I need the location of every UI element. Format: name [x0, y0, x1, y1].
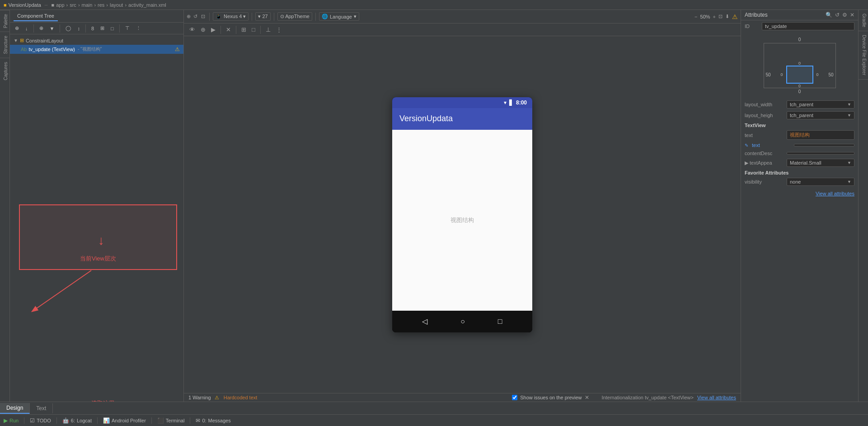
breadcrumb: ■ app › src › main › res › layout › acti… [52, 2, 166, 8]
left-val: 0 [781, 72, 783, 77]
layout-height-arrow-icon: ▼ [847, 113, 851, 118]
view-all-attrs-link[interactable]: View all attributes [697, 395, 736, 400]
tree-btn-8[interactable]: 8 [89, 25, 96, 32]
annotation-area: ↓ 当前View层次 选取这里 [10, 185, 183, 402]
zoom-fit[interactable]: ⊡ [718, 14, 723, 19]
logcat-btn[interactable]: 🤖 6: Logcat [62, 417, 92, 424]
canvas-anim-btn[interactable]: ▶ [209, 25, 217, 34]
tab-palette[interactable]: Palette [0, 10, 9, 32]
attr-textview-title: TextView [741, 121, 858, 129]
nav-back-btn[interactable]: ◁ [422, 317, 427, 326]
tree-btn-arrow[interactable]: ▼ [47, 25, 57, 32]
nav-home-btn[interactable]: ○ [460, 317, 465, 326]
show-issues-checkbox[interactable] [512, 395, 517, 400]
run-icon: ▶ [4, 417, 8, 424]
attr-pencil-row: ✎ text [741, 141, 858, 149]
canvas-align-btn[interactable]: ⊥ [264, 25, 272, 34]
layout-width-arrow-icon: ▼ [847, 102, 851, 107]
tree-btn-2[interactable]: ↓ [23, 25, 30, 32]
main-layout: Palette Structure Captures Component Tre… [0, 10, 868, 402]
tab-device-file-explorer[interactable]: Device File Explorer [859, 31, 868, 79]
zoom-plus[interactable]: + [713, 14, 716, 19]
top-val: 0 [798, 61, 801, 66]
logcat-icon: 🤖 [62, 417, 69, 424]
api-dropdown[interactable]: ▾ 27 [255, 12, 270, 21]
device-label: Nexus 4 ▾ [224, 14, 246, 19]
close-issues-btn[interactable]: ✕ [585, 394, 589, 401]
attr-favorite-title: Favorite Attributes [741, 168, 858, 176]
view-all-attributes-link[interactable]: View all attributes [741, 187, 858, 200]
canvas-error-btn[interactable]: ✕ [224, 25, 233, 34]
attr-settings-icon[interactable]: ⚙ [842, 12, 847, 18]
annotation-arrow-down: ↓ [98, 234, 104, 247]
messages-label: Messages [208, 418, 231, 423]
attr-layout-height-row: layout_heigh tch_parent ▼ [741, 110, 858, 121]
canvas-rect-btn[interactable]: □ [250, 25, 257, 34]
tab-text[interactable]: Text [30, 403, 53, 413]
attr-visibility-value[interactable]: none ▼ [787, 178, 854, 186]
top-warning-icon: ⚠ [732, 13, 738, 20]
design-text-tabs: Design Text [0, 402, 868, 414]
constraint-outer-box: 0 50 0 0 0 0 50 0 [764, 43, 836, 88]
todo-btn[interactable]: ☑ TODO [30, 417, 51, 424]
tree-item-constraintlayout[interactable]: ▼ ⊞ ConstraintLayout [10, 36, 183, 45]
android-device: ▾ ▋ 8:00 VersionUpdata 视图结构 ◁ ○ □ [392, 97, 532, 332]
tree-btn-magnet[interactable]: ⊕ [37, 24, 46, 32]
attr-text-value-text: 视图结构 [790, 132, 810, 138]
constraint-top-num: 0 [798, 37, 801, 42]
attributes-panel-header: Attributes 🔍 ↺ ⚙ ✕ [741, 10, 858, 20]
tree-btn-move[interactable]: ↕ [75, 25, 82, 32]
bottom-val: 0 [798, 84, 801, 88]
language-label: Language [330, 14, 352, 19]
zoom-download[interactable]: ⬇ [725, 14, 729, 19]
attr-visibility-label: visibility [745, 179, 783, 185]
language-dropdown[interactable]: 🌐 Language ▾ [319, 12, 359, 21]
attr-text2-value[interactable] [794, 144, 854, 147]
messages-btn[interactable]: ✉ 0: Messages [196, 417, 230, 424]
attr-layout-height-value[interactable]: tch_parent ▼ [787, 111, 854, 119]
canvas-grid-btn[interactable]: ⊞ [239, 25, 248, 34]
title-bar: ■ VersionUpdata – ■ app › src › main › r… [0, 0, 868, 10]
tab-design[interactable]: Design [0, 403, 30, 414]
textview-text-preview: - "视图结构" [78, 46, 102, 52]
attr-close-icon[interactable]: ✕ [850, 12, 854, 18]
tree-btn-align-v[interactable]: ⊤ [123, 24, 132, 32]
profiler-btn[interactable]: 📊 Android Profiler [103, 417, 146, 424]
attributes-panel: Attributes 🔍 ↺ ⚙ ✕ ID tv_update 0 50 [741, 10, 858, 402]
tree-item-textview[interactable]: Ab tv_update (TextView) - "视图结构" ⚠ [10, 45, 183, 54]
tab-captures[interactable]: Captures [0, 58, 9, 84]
preview-toolbar: ⊕ ↺ ⊡ 📱 Nexus 4 ▾ ▾ 27 ⊙ AppTheme 🌐 Lang… [184, 10, 741, 24]
tree-btn-1[interactable]: ⊕ [13, 24, 21, 32]
attr-search-icon[interactable]: 🔍 [826, 12, 832, 18]
nav-recents-btn[interactable]: □ [498, 317, 502, 326]
attr-text-row: text 视图结构 [741, 129, 858, 141]
pencil-icon[interactable]: ✎ [745, 143, 748, 148]
right-val: 0 [816, 72, 818, 77]
run-btn[interactable]: ▶ Run [4, 417, 19, 424]
tree-item-textview-label: tv_update (TextView) [28, 47, 75, 52]
internationalization-text: Internationalization tv_update <TextView… [602, 395, 694, 400]
preview-container: ▾ ▋ 8:00 VersionUpdata 视图结构 ◁ ○ □ [184, 36, 741, 393]
tree-btn-grid[interactable]: ⊞ [98, 24, 107, 32]
tab-structure[interactable]: Structure [0, 32, 9, 58]
tab-gradle[interactable]: Gradle [859, 10, 868, 31]
attr-layout-width-value[interactable]: tch_parent ▼ [787, 100, 854, 109]
canvas-eye-btn[interactable]: 👁 [188, 25, 197, 34]
theme-dropdown[interactable]: ⊙ AppTheme [277, 12, 312, 21]
tree-btn-more[interactable]: ⋮ [134, 24, 143, 32]
zoom-minus[interactable]: − [694, 14, 697, 19]
tree-btn-rect[interactable]: □ [108, 25, 116, 32]
android-navbar: ◁ ○ □ [392, 311, 532, 332]
annotation-view-layer-label: 当前View层次 [80, 255, 116, 263]
tree-btn-circle[interactable]: ◯ [63, 24, 73, 32]
device-dropdown[interactable]: 📱 Nexus 4 ▾ [213, 12, 249, 21]
attr-contentdesc-value[interactable] [787, 152, 854, 155]
terminal-btn[interactable]: ⬛ Terminal [157, 417, 185, 424]
canvas-more-btn[interactable]: ⋮ [274, 25, 284, 34]
component-tree-tab[interactable]: Component Tree [14, 11, 58, 21]
attr-text-value[interactable]: 视图结构 [787, 130, 854, 140]
attr-history-icon[interactable]: ↺ [835, 12, 840, 18]
attr-id-value[interactable]: tv_update [762, 22, 854, 30]
canvas-magnet-btn[interactable]: ⊕ [199, 25, 207, 34]
attr-textappearance-value[interactable]: Material.Small ▼ [787, 159, 854, 167]
